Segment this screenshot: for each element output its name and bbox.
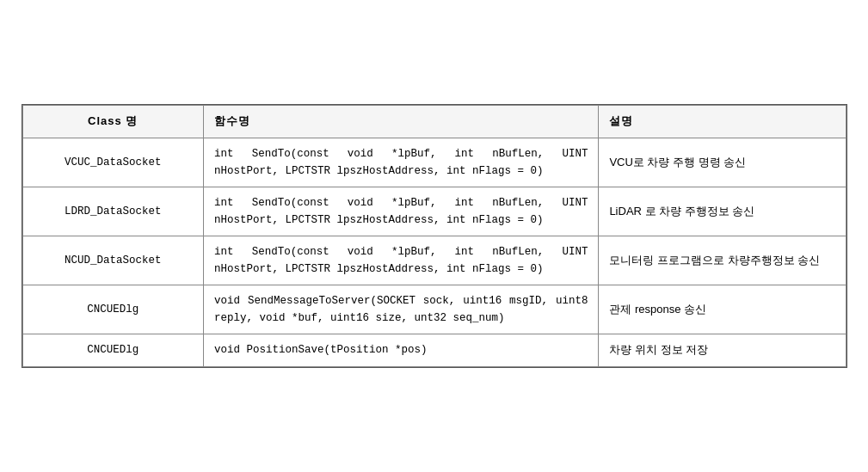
cell-class-2: NCUD_DataSocket	[22, 236, 204, 285]
cell-function-2: int SendTo(const void *lpBuf, int nBufLe…	[204, 236, 599, 285]
table-row: NCUD_DataSocketint SendTo(const void *lp…	[22, 236, 846, 285]
cell-function-1: int SendTo(const void *lpBuf, int nBufLe…	[204, 187, 599, 236]
cell-description-4: 차량 위치 정보 저장	[599, 334, 846, 367]
header-description: 설명	[599, 106, 846, 138]
cell-description-1: LiDAR 로 차량 주행정보 송신	[599, 187, 846, 236]
cell-class-0: VCUC_DataSocket	[22, 138, 204, 187]
cell-function-3: void SendMessageToServer(SOCKET sock, ui…	[204, 285, 599, 334]
cell-function-4: void PositionSave(tPosition *pos)	[204, 334, 599, 367]
cell-function-0: int SendTo(const void *lpBuf, int nBufLe…	[204, 138, 599, 187]
table-row: LDRD_DataSocketint SendTo(const void *lp…	[22, 187, 846, 236]
cell-description-3: 관제 response 송신	[599, 285, 846, 334]
header-class: Class 명	[22, 106, 204, 138]
cell-description-0: VCU로 차량 주행 명령 송신	[599, 138, 846, 187]
cell-class-3: CNCUEDlg	[22, 285, 204, 334]
table-header-row: Class 명 함수명 설명	[22, 106, 846, 138]
cell-class-1: LDRD_DataSocket	[22, 187, 204, 236]
class-function-table: Class 명 함수명 설명 VCUC_DataSocketint SendTo…	[22, 105, 846, 367]
table-row: CNCUEDlgvoid SendMessageToServer(SOCKET …	[22, 285, 846, 334]
header-function: 함수명	[204, 106, 599, 138]
table-row: VCUC_DataSocketint SendTo(const void *lp…	[22, 138, 846, 187]
cell-description-2: 모니터링 프로그램으로 차량주행정보 송신	[599, 236, 846, 285]
cell-class-4: CNCUEDlg	[22, 334, 204, 367]
main-table-wrapper: Class 명 함수명 설명 VCUC_DataSocketint SendTo…	[22, 104, 847, 368]
table-row: CNCUEDlgvoid PositionSave(tPosition *pos…	[22, 334, 846, 367]
